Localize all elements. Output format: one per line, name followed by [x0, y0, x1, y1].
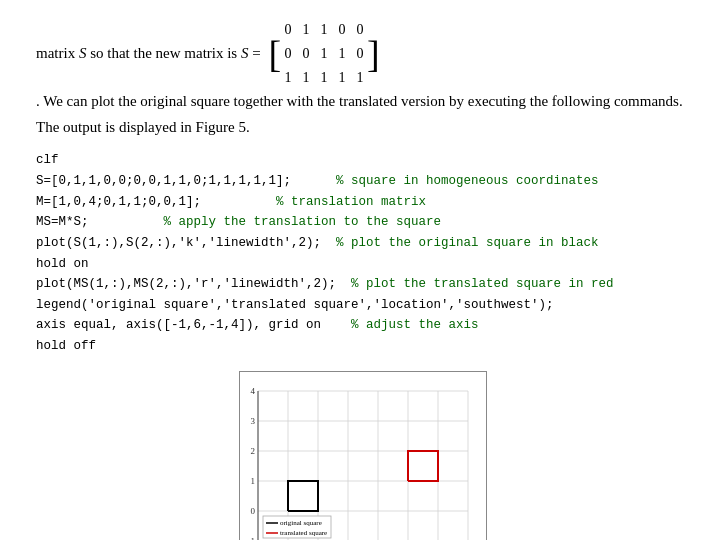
svg-text:2: 2	[251, 446, 256, 456]
matrix-bracket-left: [ 01100 00110 11111 ]	[268, 18, 379, 89]
after-matrix-text: . We can plot the original square togeth…	[36, 89, 690, 140]
code-line-3: M=[1,0,4;0,1,1;0,0,1]; % translation mat…	[36, 192, 690, 213]
code-line-1: clf	[36, 150, 690, 171]
chart-svg: 0 1 2 3 4 5 6 -1 0 1 2 3 4 origina	[248, 376, 478, 540]
code-line-8: legend('original square','translated squ…	[36, 295, 690, 316]
code-line-10: hold off	[36, 336, 690, 357]
figure-container: 0 1 2 3 4 5 6 -1 0 1 2 3 4 origina	[36, 371, 690, 540]
code-line-6: hold on	[36, 254, 690, 275]
matrix-intro: matrix S so that the new matrix is S =	[36, 41, 264, 67]
code-line-2: S=[0,1,1,0,0;0,0,1,1,0;1,1,1,1,1]; % squ…	[36, 171, 690, 192]
code-line-7: plot(MS(1,:),MS(2,:),'r','linewidth',2);…	[36, 274, 690, 295]
matrix-content: 01100 00110 11111	[283, 18, 365, 89]
code-line-5: plot(S(1,:),S(2,:),'k','linewidth',2); %…	[36, 233, 690, 254]
original-square	[288, 481, 318, 511]
chart-outer-border: 0 1 2 3 4 5 6 -1 0 1 2 3 4 origina	[239, 371, 487, 540]
svg-text:3: 3	[251, 416, 256, 426]
svg-text:4: 4	[251, 386, 256, 396]
svg-text:original square: original square	[280, 519, 322, 527]
code-block: clf S=[0,1,1,0,0;0,0,1,1,0;1,1,1,1,1]; %…	[36, 150, 690, 356]
svg-text:0: 0	[251, 506, 256, 516]
intro-text: matrix S so that the new matrix is S = […	[36, 18, 690, 140]
svg-text:translated square: translated square	[280, 529, 327, 537]
code-line-9: axis equal, axis([-1,6,-1,4]), grid on %…	[36, 315, 690, 336]
svg-text:1: 1	[251, 476, 256, 486]
svg-text:-1: -1	[248, 536, 255, 540]
translated-square	[408, 451, 438, 481]
code-line-4: MS=M*S; % apply the translation to the s…	[36, 212, 690, 233]
